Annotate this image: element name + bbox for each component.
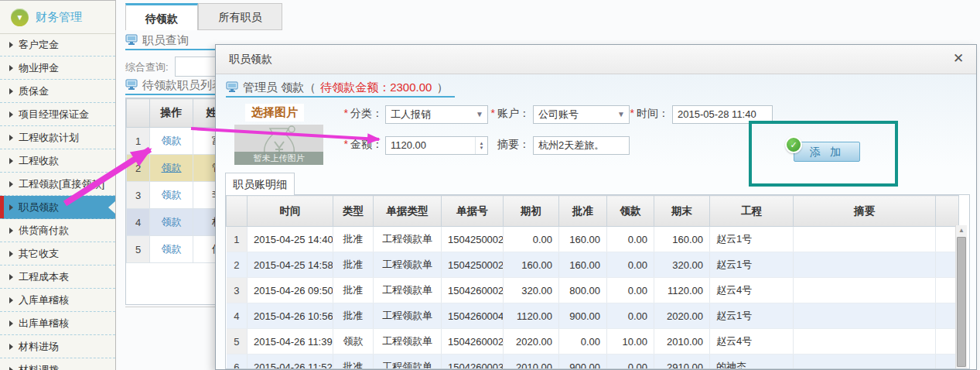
- detail-cell: [794, 329, 936, 355]
- scrollbar-thumb[interactable]: [957, 237, 966, 367]
- detail-row[interactable]: 32015-04-26 09:50批准工程领款单1504260002320.00…: [227, 278, 959, 303]
- sidebar-item-物业押金[interactable]: 物业押金: [0, 57, 115, 80]
- row-number: 4: [127, 209, 150, 236]
- receive-link[interactable]: 领款: [162, 189, 182, 200]
- detail-cell: 赵云1号: [710, 252, 794, 278]
- employee-header-suffix: ）: [436, 81, 448, 95]
- sidebar-item-供货商付款[interactable]: 供货商付款: [0, 219, 115, 242]
- detail-col-摘要: 摘要: [794, 196, 936, 227]
- detail-cell: 工程领款单: [374, 303, 442, 329]
- detail-col-领款: 领款: [607, 196, 654, 227]
- summary-input[interactable]: 杭州2天差旅。: [533, 136, 630, 155]
- triangle-bullet-icon: [9, 320, 13, 327]
- detail-row[interactable]: 42015-04-26 10:56批准工程领款单15042600041120.0…: [227, 303, 959, 329]
- receive-link[interactable]: 领款: [162, 135, 182, 146]
- detail-cell: 2020.00: [654, 303, 710, 329]
- detail-cell: [794, 252, 936, 278]
- category-label: *分类：: [309, 107, 383, 121]
- sidebar-item-客户定金[interactable]: 客户定金: [0, 33, 115, 57]
- modal-header: 职员领款 ✕: [216, 45, 976, 74]
- sidebar-item-其它收支[interactable]: 其它收支: [0, 242, 115, 266]
- sidebar-item-项目经理保证金[interactable]: 项目经理保证金: [0, 103, 115, 126]
- tab-account-detail[interactable]: 职员账明细: [225, 173, 295, 195]
- sidebar-item-工程成本表[interactable]: 工程成本表: [0, 266, 115, 289]
- detail-cell: 2015-04-26 10:56: [248, 303, 333, 329]
- detail-cell: [794, 355, 936, 370]
- receive-link[interactable]: 领款: [162, 162, 182, 173]
- detail-cell: 1504250002: [442, 252, 504, 278]
- tab-pending-receive[interactable]: 待领款: [125, 3, 198, 30]
- detail-cell: [794, 303, 936, 329]
- sidebar-item-材料调拨[interactable]: 材料调拨: [0, 358, 115, 370]
- detail-row[interactable]: 22015-04-25 14:58批准工程领款单1504250002160.00…: [227, 252, 959, 278]
- sidebar-item-label: 工程成本表: [19, 271, 69, 283]
- sidebar-item-工程领款[直接领款][interactable]: 工程领款[直接领款]: [0, 173, 115, 196]
- receive-link[interactable]: 领款: [162, 216, 182, 228]
- sidebar-item-label: 其它收支: [19, 248, 59, 259]
- receive-link[interactable]: 领款: [162, 243, 182, 255]
- action-cell: 领款: [150, 236, 193, 263]
- summary-label: 摘要：: [485, 138, 530, 152]
- detail-col-blank: [227, 196, 248, 227]
- sidebar-item-label: 供货商付款: [19, 224, 69, 236]
- detail-cell: 160.00: [504, 252, 559, 278]
- account-select[interactable]: 公司账号▼: [533, 105, 630, 124]
- detail-cell: 工程领款单: [374, 278, 442, 303]
- detail-col-期初: 期初: [504, 196, 559, 227]
- sidebar-item-工程收款计划[interactable]: 工程收款计划: [0, 126, 115, 149]
- triangle-bullet-icon: [9, 204, 13, 211]
- scroll-up-icon[interactable]: ▲: [956, 225, 967, 235]
- row-number: 5: [127, 236, 150, 263]
- sidebar-item-入库单稽核[interactable]: 入库单稽核: [0, 289, 115, 312]
- detail-cell: 0.00: [607, 252, 654, 278]
- detail-cell: 2020.00: [504, 329, 559, 355]
- detail-col-单据号: 单据号: [442, 196, 504, 227]
- collapse-icon[interactable]: ▼: [11, 9, 29, 26]
- detail-cell: 1504260002: [442, 278, 504, 303]
- detail-row[interactable]: 12015-04-25 14:40批准工程领款单15042500020.0016…: [227, 227, 959, 252]
- detail-cell: 0.00: [607, 303, 654, 329]
- triangle-bullet-icon: [9, 274, 13, 280]
- sidebar-item-质保金[interactable]: 质保金: [0, 80, 115, 103]
- detail-cell: 2910.00: [654, 355, 710, 370]
- detail-cell: 赵云1号: [710, 227, 794, 252]
- sidebar-item-出库单稽核[interactable]: 出库单稽核: [0, 312, 115, 335]
- detail-header-row: 时间类型单据类型单据号期初批准领款期末工程摘要: [227, 196, 959, 227]
- staff-receive-modal: 职员领款 ✕ 管理员 领款（待领款金额：2300.00） 选择图片 暂未上传图片: [215, 44, 977, 370]
- triangle-bullet-icon: [9, 88, 13, 94]
- detail-table-body: 12015-04-25 14:40批准工程领款单15042500020.0016…: [227, 227, 959, 370]
- sidebar-item-label: 项目经理保证金: [19, 108, 89, 120]
- detail-cell: 批准: [333, 303, 374, 329]
- detail-cell: 160.00: [559, 227, 607, 252]
- sidebar-header: ▼ 财务管理: [0, 1, 115, 34]
- sidebar-item-label: 材料进场: [19, 341, 59, 352]
- action-cell: 领款: [150, 128, 193, 155]
- detail-cell: 2015-04-26 11:39: [248, 329, 333, 355]
- choose-image-button[interactable]: 选择图片: [245, 104, 304, 122]
- account-label: *账户：: [463, 107, 530, 121]
- tab-all-staff[interactable]: 所有职员: [198, 3, 282, 30]
- detail-col-单据类型: 单据类型: [374, 196, 442, 227]
- close-icon[interactable]: ✕: [950, 50, 967, 67]
- triangle-bullet-icon: [9, 111, 13, 118]
- sidebar-item-工程收款[interactable]: 工程收款: [0, 149, 115, 173]
- detail-cell: 1504250002: [442, 227, 504, 252]
- detail-cell: 1120.00: [504, 303, 559, 329]
- triangle-bullet-icon: [9, 344, 13, 350]
- sidebar-item-label: 工程收款计划: [19, 132, 79, 143]
- action-cell: 领款: [150, 182, 193, 209]
- triangle-bullet-icon: [9, 65, 13, 71]
- detail-row[interactable]: 62015-04-26 11:52批准工程领款单15042600032010.0…: [227, 355, 959, 370]
- amount-input[interactable]: 1120.00 ▲▼: [385, 136, 488, 155]
- row-number: 3: [127, 182, 150, 209]
- sidebar-item-材料进场[interactable]: 材料进场: [0, 335, 115, 358]
- detail-row[interactable]: 52015-04-26 11:39领款工程领款单15042600022020.0…: [227, 329, 959, 355]
- detail-col-工程: 工程: [710, 196, 794, 227]
- scrollbar[interactable]: ▲: [955, 225, 967, 368]
- detail-cell: 0.00: [607, 355, 654, 370]
- add-button[interactable]: 添 加: [794, 142, 860, 162]
- detail-cell: 0.00: [504, 227, 559, 252]
- sidebar-item-label: 工程领款[直接领款]: [19, 178, 104, 190]
- detail-cell: 160.00: [559, 252, 607, 278]
- sidebar-item-职员领款[interactable]: 职员领款: [0, 196, 115, 219]
